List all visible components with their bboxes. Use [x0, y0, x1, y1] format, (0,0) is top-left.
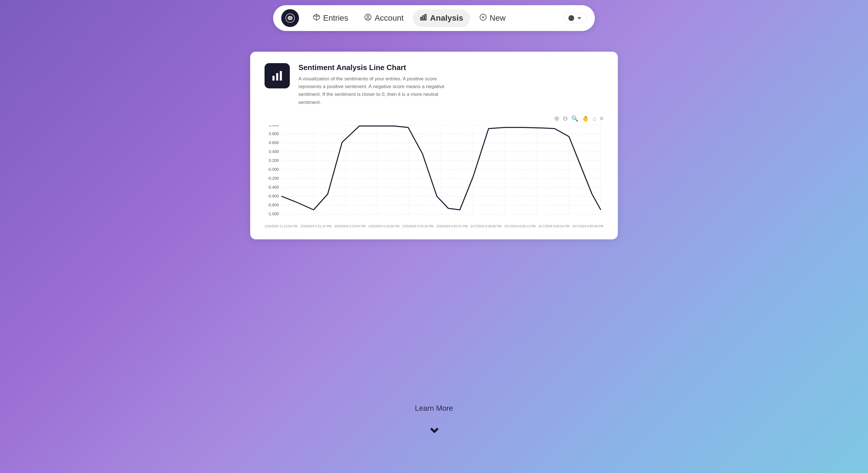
svg-rect-17	[280, 71, 282, 81]
learn-more-section: Learn More ⌄	[415, 404, 453, 436]
svg-text:0.600: 0.600	[269, 140, 279, 145]
zoom-search-button[interactable]: 🔍	[571, 115, 579, 122]
svg-text:-0.400: -0.400	[268, 185, 279, 190]
sentiment-line-chart: 1.000 0.800 0.600 0.400 0.200 -0.000 -0.…	[265, 125, 603, 223]
nav-items: Entries Account Analysis	[306, 9, 564, 27]
chart-toolbar: ⊕ ⊖ 🔍 🤚 ⌂ ≡	[265, 115, 603, 122]
x-label-7: 3/17/2024 8:59:13 PM	[504, 225, 535, 228]
scroll-down-chevron[interactable]: ⌄	[415, 418, 453, 436]
x-label-6: 2/27/2024 9:28:58 PM	[470, 225, 501, 228]
nav-item-account[interactable]: Account	[357, 9, 410, 27]
pan-button[interactable]: 🤚	[582, 115, 589, 122]
chart-area: 1.000 0.800 0.600 0.400 0.200 -0.000 -0.…	[265, 125, 603, 223]
learn-more-text[interactable]: Learn More	[415, 404, 453, 413]
chart-card: Sentiment Analysis Line Chart A visualiz…	[250, 52, 618, 239]
zoom-in-button[interactable]: ⊕	[554, 115, 559, 122]
x-label-4: 2/25/2024 5:26:25 PM	[402, 225, 433, 228]
svg-rect-9	[425, 14, 426, 20]
x-label-3: 2/25/2024 5:24:58 PM	[368, 225, 399, 228]
nav-new-label: New	[490, 13, 506, 23]
navbar: Entries Account Analysis	[273, 5, 595, 31]
svg-text:0.200: 0.200	[269, 158, 279, 163]
chart-icon-box	[265, 63, 290, 89]
nav-item-analysis[interactable]: Analysis	[413, 9, 470, 27]
svg-text:0.400: 0.400	[269, 149, 279, 154]
user-circle-icon	[364, 13, 372, 23]
chart-description: A visualization of the sentiments of you…	[299, 75, 459, 106]
svg-point-6	[367, 15, 369, 17]
svg-rect-16	[276, 73, 278, 81]
svg-text:-0.200: -0.200	[268, 176, 279, 180]
x-label-2: 2/25/2024 5:23:04 PM	[334, 225, 365, 228]
svg-text:1.000: 1.000	[269, 125, 279, 127]
user-menu-button[interactable]	[564, 13, 587, 23]
x-label-8: 3/17/2024 9:00:04 PM	[538, 225, 569, 228]
chart-title-area: Sentiment Analysis Line Chart A visualiz…	[299, 63, 459, 106]
svg-text:0.800: 0.800	[269, 131, 279, 136]
x-label-9: 3/17/2024 9:00:46 PM	[572, 225, 603, 228]
x-axis-labels: 1/20/2024 11:15:56 PM 2/25/2024 5:21:16 …	[265, 225, 603, 228]
x-label-1: 2/25/2024 5:21:16 PM	[301, 225, 332, 228]
svg-rect-7	[421, 17, 422, 20]
plus-circle-icon	[479, 13, 487, 23]
layers-icon	[313, 13, 320, 23]
chevron-down-icon	[576, 15, 583, 21]
zoom-out-button[interactable]: ⊖	[563, 115, 568, 122]
chart-title: Sentiment Analysis Line Chart	[299, 63, 459, 72]
svg-text:-0.800: -0.800	[268, 203, 279, 207]
x-label-0: 1/20/2024 11:15:56 PM	[265, 225, 297, 228]
svg-text:-0.600: -0.600	[268, 194, 279, 198]
svg-text:-1.000: -1.000	[268, 211, 279, 216]
chart-bar-icon	[271, 69, 283, 82]
nav-item-entries[interactable]: Entries	[306, 9, 355, 27]
chart-header: Sentiment Analysis Line Chart A visualiz…	[265, 63, 603, 106]
x-label-5: 2/25/2024 6:02:51 PM	[436, 225, 467, 228]
svg-rect-8	[423, 15, 424, 20]
nav-account-label: Account	[375, 13, 404, 23]
home-button[interactable]: ⌂	[593, 115, 596, 122]
svg-text:-0.000: -0.000	[268, 167, 279, 172]
svg-point-14	[570, 16, 572, 19]
app-logo[interactable]	[281, 9, 299, 27]
svg-rect-15	[273, 76, 275, 81]
menu-button[interactable]: ≡	[600, 115, 603, 122]
nav-item-new[interactable]: New	[472, 9, 513, 27]
nav-entries-label: Entries	[323, 13, 348, 23]
nav-analysis-label: Analysis	[430, 13, 463, 23]
bar-chart-icon	[420, 13, 427, 23]
